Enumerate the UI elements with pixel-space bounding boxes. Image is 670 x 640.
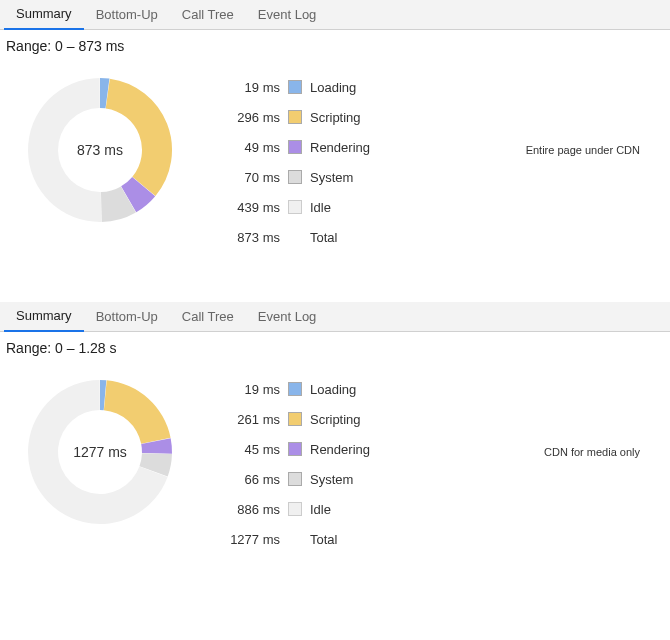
legend-row-system: 70 ms System (210, 162, 370, 192)
tab-call-tree[interactable]: Call Tree (170, 1, 246, 29)
tab-event-log[interactable]: Event Log (246, 1, 329, 29)
swatch-total (288, 230, 302, 244)
swatch-scripting (288, 110, 302, 124)
swatch-loading (288, 382, 302, 396)
donut-center-label: 1277 ms (20, 372, 180, 532)
donut-chart: 1277 ms (0, 372, 200, 532)
legend-row-rendering: 49 ms Rendering (210, 132, 370, 162)
legend-row-loading: 19 ms Loading (210, 72, 370, 102)
legend-row-total: 873 ms Total (210, 222, 370, 252)
tab-event-log[interactable]: Event Log (246, 303, 329, 331)
legend-row-rendering: 45 ms Rendering (210, 434, 370, 464)
swatch-system (288, 472, 302, 486)
tabs: Summary Bottom-Up Call Tree Event Log (0, 302, 670, 332)
donut-center-label: 873 ms (20, 70, 180, 230)
panel-note: CDN for media only (544, 446, 640, 458)
legend: 19 ms Loading 261 ms Scripting 45 ms Ren… (210, 374, 370, 554)
legend-row-idle: 886 ms Idle (210, 494, 370, 524)
legend-row-loading: 19 ms Loading (210, 374, 370, 404)
tab-summary[interactable]: Summary (4, 302, 84, 332)
tabs: Summary Bottom-Up Call Tree Event Log (0, 0, 670, 30)
legend-row-idle: 439 ms Idle (210, 192, 370, 222)
swatch-rendering (288, 442, 302, 456)
legend-row-scripting: 296 ms Scripting (210, 102, 370, 132)
range-text: Range: 0 – 1.28 s (0, 332, 670, 364)
range-text: Range: 0 – 873 ms (0, 30, 670, 62)
swatch-system (288, 170, 302, 184)
tab-bottom-up[interactable]: Bottom-Up (84, 1, 170, 29)
tab-call-tree[interactable]: Call Tree (170, 303, 246, 331)
tab-summary[interactable]: Summary (4, 0, 84, 30)
legend-row-system: 66 ms System (210, 464, 370, 494)
swatch-total (288, 532, 302, 546)
legend-row-scripting: 261 ms Scripting (210, 404, 370, 434)
panel-note: Entire page under CDN (526, 144, 640, 156)
legend-row-total: 1277 ms Total (210, 524, 370, 554)
summary-content: 1277 ms 19 ms Loading 261 ms Scripting 4… (0, 364, 670, 578)
perf-panel-0: Summary Bottom-Up Call Tree Event Log Ra… (0, 0, 670, 276)
swatch-loading (288, 80, 302, 94)
tab-bottom-up[interactable]: Bottom-Up (84, 303, 170, 331)
summary-content: 873 ms 19 ms Loading 296 ms Scripting 49… (0, 62, 670, 276)
swatch-idle (288, 200, 302, 214)
legend: 19 ms Loading 296 ms Scripting 49 ms Ren… (210, 72, 370, 252)
perf-panel-1: Summary Bottom-Up Call Tree Event Log Ra… (0, 302, 670, 578)
swatch-scripting (288, 412, 302, 426)
swatch-idle (288, 502, 302, 516)
swatch-rendering (288, 140, 302, 154)
donut-chart: 873 ms (0, 70, 200, 230)
